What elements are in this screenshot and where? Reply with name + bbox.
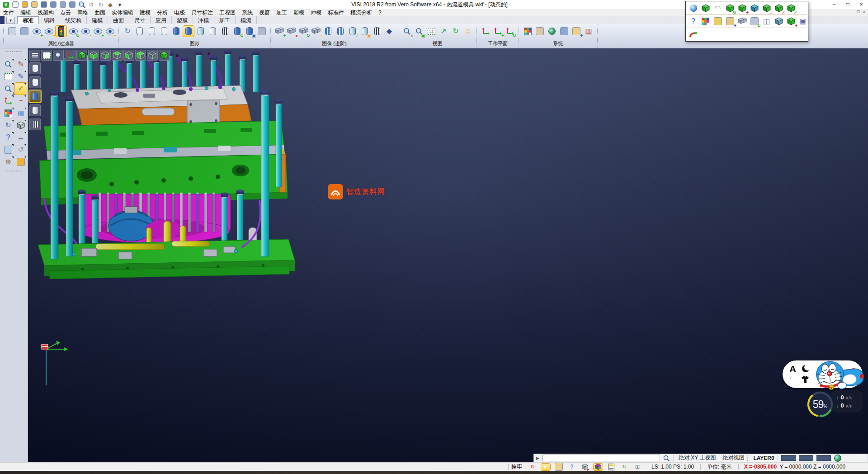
- layer-color-swatch-2[interactable]: [799, 455, 813, 461]
- menu-item-14[interactable]: 视窗: [256, 9, 273, 17]
- hide-entity-icon[interactable]: −: [43, 26, 54, 37]
- system-options-icon[interactable]: [547, 26, 557, 37]
- render-solid-icon[interactable]: [773, 16, 784, 27]
- redraw-icon[interactable]: ↻: [122, 26, 133, 37]
- fit-all-icon[interactable]: [41, 50, 52, 61]
- advanced-refresh-icon[interactable]: ↻: [298, 26, 309, 37]
- fit-view-icon[interactable]: [2, 71, 14, 82]
- export-image-icon[interactable]: ▣: [359, 26, 370, 37]
- zoom-window-icon[interactable]: ▣: [414, 26, 425, 37]
- delete-attributes-icon[interactable]: [7, 26, 18, 37]
- child-minimize-button[interactable]: –: [852, 9, 854, 14]
- toolbar-tab-9[interactable]: 冲模: [193, 16, 214, 24]
- view-top-icon[interactable]: [112, 50, 123, 61]
- wireframe-display-icon[interactable]: [134, 26, 145, 37]
- panel-grip[interactable]: [5, 51, 22, 54]
- menu-item-18[interactable]: 标准件: [325, 9, 347, 17]
- attributes-palette-icon[interactable]: [700, 16, 711, 27]
- menu-item-9[interactable]: 分析: [154, 9, 171, 17]
- sketch-edit-icon[interactable]: ✎: [15, 58, 27, 70]
- moon-icon[interactable]: [802, 365, 810, 373]
- flat-display-icon[interactable]: [208, 26, 218, 37]
- undo-tool-icon[interactable]: ↺: [15, 144, 27, 156]
- solid-workplane-icon[interactable]: +: [785, 16, 797, 27]
- refresh-model-icon[interactable]: ↻: [2, 119, 14, 131]
- show-all-icon[interactable]: +: [92, 26, 103, 37]
- quick-access-options-icon[interactable]: ▾: [116, 1, 124, 8]
- doraemon-sticker[interactable]: [813, 354, 867, 394]
- toolbar-tab-2[interactable]: 编辑: [39, 16, 60, 24]
- confirm-checkbox-icon[interactable]: ✓: [15, 83, 27, 95]
- child-maximize-button[interactable]: □: [857, 9, 859, 14]
- solid-shield-icon[interactable]: ◆: [384, 26, 395, 37]
- menu-item-4[interactable]: 点云: [57, 9, 74, 17]
- help-icon[interactable]: ?: [688, 16, 699, 27]
- workplane-edit-icon[interactable]: +: [492, 26, 503, 37]
- layer-label[interactable]: LAYER0: [753, 455, 774, 461]
- minimize-button[interactable]: –: [827, 0, 841, 9]
- toolbar-tab-8[interactable]: 塑膜: [172, 16, 193, 24]
- print-preview-icon[interactable]: [78, 1, 86, 8]
- shaded-edges-display-icon[interactable]: [183, 26, 194, 37]
- display-tools-icon[interactable]: [256, 26, 267, 37]
- redo-icon[interactable]: ↻: [97, 1, 105, 8]
- view-iso-2-icon[interactable]: [159, 50, 170, 61]
- lock-label[interactable]: 拴牢: [511, 463, 522, 471]
- toolbar-tab-3[interactable]: 线架构: [60, 16, 87, 24]
- search-icon[interactable]: [663, 455, 670, 461]
- panel-grip-bottom[interactable]: [5, 171, 22, 173]
- drag-mode-icon[interactable]: [554, 464, 563, 470]
- menu-item-5[interactable]: 网格: [74, 9, 91, 17]
- layer-color-swatch-1[interactable]: [781, 455, 796, 461]
- zoom-view-icon[interactable]: [53, 50, 64, 61]
- print-icon[interactable]: [68, 1, 76, 8]
- menu-item-19[interactable]: 模流分析: [347, 9, 375, 17]
- new-file-icon[interactable]: [11, 1, 19, 8]
- ucs-triad-icon[interactable]: [2, 95, 14, 107]
- menu-item-13[interactable]: 系统: [239, 9, 256, 17]
- image-settings-icon[interactable]: [534, 26, 545, 37]
- pipe-tool-icon[interactable]: [688, 29, 699, 40]
- section-display-2-icon[interactable]: [335, 26, 346, 37]
- spline-icon[interactable]: ~: [15, 95, 27, 107]
- 3d-viewport[interactable]: 智造资料网: [28, 48, 868, 462]
- validate-solid-icon[interactable]: ✓: [785, 3, 797, 14]
- transparent-display-icon[interactable]: [195, 26, 206, 37]
- close-button[interactable]: ×: [854, 0, 868, 9]
- advanced-swap-icon[interactable]: ±: [311, 26, 321, 37]
- workplane-toggle-icon[interactable]: [594, 464, 603, 470]
- expand-arrow-icon[interactable]: ▶: [536, 456, 539, 460]
- swap-visibility-icon[interactable]: ±: [80, 26, 91, 37]
- copy-display-icon[interactable]: ▣: [244, 26, 255, 37]
- maximize-button[interactable]: □: [841, 0, 854, 9]
- memory-usage-widget[interactable]: 59 %: [806, 390, 834, 418]
- menu-item-2[interactable]: 编辑: [17, 9, 34, 17]
- ribbon-grip[interactable]: [0, 26, 4, 46]
- multi-view-icon[interactable]: ⊞: [633, 464, 642, 470]
- menu-item-6[interactable]: 曲面: [91, 9, 108, 17]
- surface-tool-icon[interactable]: ◠: [712, 3, 723, 14]
- solid-axes-icon[interactable]: +: [736, 3, 748, 14]
- menu-item-16[interactable]: 塑模: [290, 9, 307, 17]
- help-tool-icon[interactable]: ?: [2, 132, 14, 143]
- menu-item-20[interactable]: ?: [375, 9, 385, 16]
- shaded-display-icon[interactable]: [171, 26, 182, 37]
- ime-letter-label[interactable]: A: [789, 364, 796, 374]
- visi-logo-icon[interactable]: V: [2, 1, 10, 8]
- delete-icon[interactable]: [2, 144, 14, 156]
- grid-icon[interactable]: ▦: [583, 26, 594, 37]
- solid-preview-icon[interactable]: [15, 119, 27, 131]
- solids-pair-icon[interactable]: [736, 16, 748, 27]
- hatch-display-icon[interactable]: [220, 26, 231, 37]
- menu-item-1[interactable]: 文件: [0, 9, 17, 17]
- view-bottom-icon[interactable]: [88, 50, 99, 61]
- show-entity-icon[interactable]: +: [31, 26, 42, 37]
- view-browser-icon[interactable]: [2, 58, 14, 70]
- workplane-create-icon[interactable]: [480, 26, 491, 37]
- pan-view-icon[interactable]: ↗: [438, 26, 449, 37]
- toolbar-tab-6[interactable]: 尺寸: [129, 16, 151, 24]
- menu-item-7[interactable]: 实体编辑: [108, 9, 137, 17]
- copy-solid-icon[interactable]: ↻: [724, 3, 736, 14]
- viewport-menu-icon[interactable]: [29, 50, 40, 61]
- move-solid-icon[interactable]: →: [761, 3, 772, 14]
